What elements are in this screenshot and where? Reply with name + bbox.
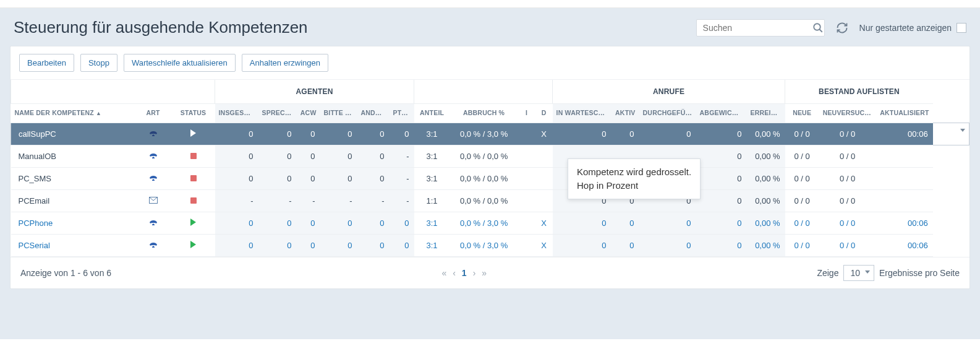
cell: 0 / 0 [819,212,876,235]
cell: 0 [320,235,357,257]
cell: 3:1 [414,212,450,235]
cell: 0 [215,168,258,190]
cell [172,212,215,235]
cell: 0,0 % / 0,0 % [450,145,518,168]
show-started-checkbox[interactable] [957,23,966,33]
cell [535,190,553,212]
cell: 0 [297,212,320,235]
cell: 0 [258,235,297,257]
col-executed[interactable]: DURCHGEFÜHRT [639,104,696,123]
cell: 3:1 [414,235,450,257]
cell: 0 / 0 [819,145,876,168]
cell: PCSerial [11,235,135,257]
cell: 0 [696,235,747,257]
cell: 0 [553,212,611,235]
col-status[interactable]: STATUS [172,104,215,123]
cell: 3:1 [414,123,450,145]
search-box[interactable] [696,19,825,37]
cell [172,235,215,257]
cell: 0,0 % / 3,0 % [450,235,518,257]
cell: 0 [639,123,696,145]
skills-table: AGENTEN ANRUFE BESTAND AUFLISTEN NAME DE… [11,80,969,257]
cell: - [215,190,258,212]
cell: 00:06 [876,123,933,145]
table-row[interactable]: PCPhone0000003:10,0 % / 3,0 %X00000,00 %… [11,212,969,235]
page-title: Steuerung für ausgehende Kompetenzen [14,18,308,37]
cell: PCPhone [11,212,135,235]
show-started-toggle[interactable]: Nur gestartete anzeigen [859,23,966,33]
search-input[interactable] [702,22,812,33]
table-row[interactable]: callSupPC0000003:10,0 % / 3,0 %X00000,00… [11,123,969,145]
col-abandon[interactable]: ABBRUCH % [450,104,518,123]
cell: 0 / 0 [785,123,819,145]
cell [172,123,215,145]
col-other[interactable]: ANDERE [357,104,390,123]
cell: 0 / 0 [819,168,876,190]
cell: 00:06 [876,235,933,257]
cell: - [390,190,414,212]
table-row[interactable]: ManualOB00000-3:10,0 % / 0,0 %00,00 %0 /… [11,145,969,168]
page-prev-icon[interactable]: ‹ [453,268,456,278]
cell: 0 [320,168,357,190]
svg-line-1 [819,29,822,32]
cell: ManualOB [11,145,135,168]
cell [518,235,535,257]
col-ptnl[interactable]: PTNL [390,104,414,123]
col-reached[interactable]: ERREICHT % [747,104,785,123]
phone-out-icon [149,175,158,181]
refresh-icon[interactable] [836,22,848,34]
cell [135,190,172,212]
col-active[interactable]: AKTIV [611,104,639,123]
phone-out-icon [149,153,158,159]
cell: 0 [390,235,414,257]
search-icon[interactable] [812,22,824,33]
cell: 0 [258,145,297,168]
col-d[interactable]: D [535,104,553,123]
col-handled[interactable]: ABGEWICKELT [696,104,747,123]
page-last-icon[interactable]: » [482,268,487,278]
tooltip: Kompetenz wird gedrosselt. Hop in Prozen… [568,158,701,199]
col-i[interactable]: I [518,104,535,123]
phone-out-icon [149,220,158,226]
cell: 0 [215,145,258,168]
edit-button[interactable]: Bearbeiten [19,54,74,72]
refresh-queue-button[interactable]: Warteschleife aktualisieren [124,54,236,72]
page-first-icon[interactable]: « [441,268,446,278]
stop-button[interactable]: Stopp [80,54,117,72]
cell [535,145,553,168]
cell: 0 [696,123,747,145]
cell: 0 [696,168,747,190]
cell: 0,00 % [747,168,785,190]
col-wait[interactable]: BITTE WARTEN! [320,104,357,123]
svg-point-0 [814,24,820,30]
show-started-label: Nur gestartete anzeigen [859,23,952,33]
col-queue[interactable]: IN WARTESCHLEIFE [553,104,611,123]
cell: 0 [357,212,390,235]
col-ratio[interactable]: ANTEIL [414,104,450,123]
cell: 3:1 [414,168,450,190]
col-speak[interactable]: SPRECHEN [258,104,297,123]
cell: 0 [215,123,258,145]
cell: 0 [357,123,390,145]
per-page-select[interactable]: 10 [843,265,874,281]
col-acw[interactable]: ACW [297,104,320,123]
cell: 0,00 % [747,123,785,145]
force-stop-button[interactable]: Anhalten erzwingen [242,54,328,72]
table-row[interactable]: PC_SMS00000-3:10,0 % / 0,0 %00000,00 %0 … [11,168,969,190]
cell: 0 [215,235,258,257]
table-row[interactable]: PCEmail------1:10,0 % / 0,0 %00000,00 %0… [11,190,969,212]
pager: « ‹ 1 › » [441,268,487,278]
cell: 0 / 0 [785,145,819,168]
col-type[interactable]: ART [135,104,172,123]
col-new[interactable]: NEUE [785,104,819,123]
page-next-icon[interactable]: › [473,268,476,278]
stop-icon [190,197,197,204]
cell: 0 [320,145,357,168]
cell: - [390,168,414,190]
col-retries[interactable]: NEUVERSUCHE [819,104,876,123]
table-row[interactable]: PCSerial0000003:10,0 % / 3,0 %X00000,00 … [11,235,969,257]
col-name[interactable]: NAME DER KOMPETENZ▲ [11,104,135,123]
col-updated[interactable]: AKTUALISIERT [876,104,933,123]
col-total[interactable]: INSGESAMT [215,104,258,123]
cell: 0 / 0 [785,212,819,235]
